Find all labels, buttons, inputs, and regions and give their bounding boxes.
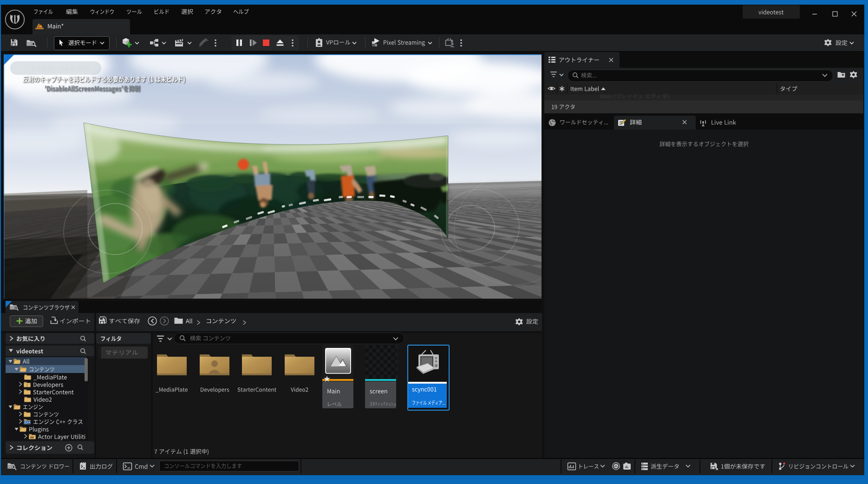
svg-text:C++: C++ <box>25 421 30 424</box>
